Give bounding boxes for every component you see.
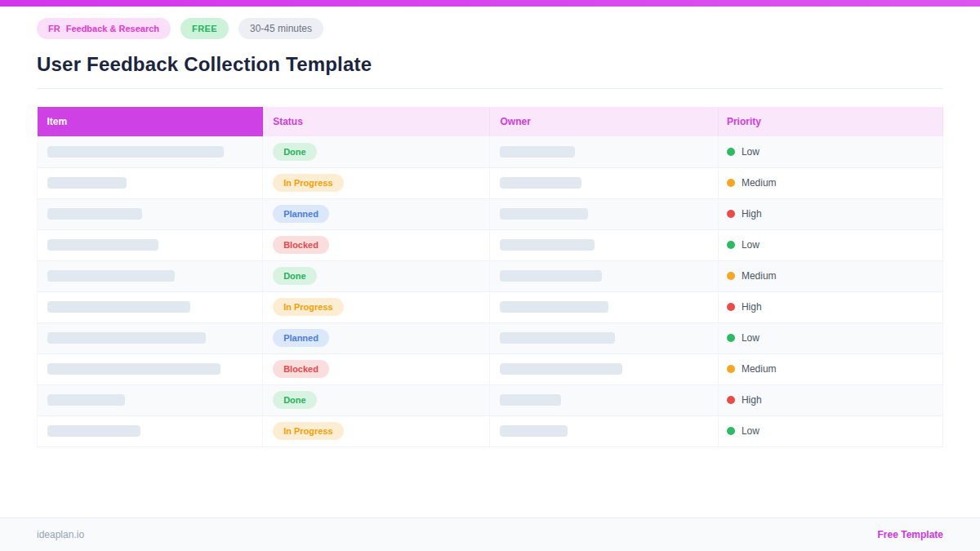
top-accent-bar [0,0,980,7]
table-header-row: Item Status Owner Priority [38,107,943,136]
priority-indicator: High [727,301,933,313]
column-header-owner: Owner [490,107,718,136]
table-body: DoneLowIn ProgressMediumPlannedHighBlock… [38,136,943,447]
item-placeholder-bar [47,270,175,282]
table-row: DoneLow [38,136,943,167]
page-title: User Feedback Collection Template [37,53,943,76]
item-placeholder-bar [47,394,125,406]
priority-dot-icon [727,334,735,342]
priority-label: Low [742,425,760,437]
item-cell [38,198,263,229]
priority-indicator: Low [727,332,933,344]
owner-placeholder-bar [500,332,615,344]
category-badge-label: Feedback & Research [66,24,159,33]
status-cell: In Progress [263,291,490,322]
category-badge-abbr: FR [48,24,60,33]
item-cell [38,291,263,322]
priority-label: Medium [742,177,777,189]
owner-cell [490,415,718,447]
item-cell [38,415,263,447]
priority-indicator: Medium [727,177,933,189]
owner-placeholder-bar [500,146,575,158]
footer-brand-link[interactable]: ideaplan.io [37,529,84,540]
priority-cell: Medium [718,167,942,198]
priority-dot-icon [727,396,735,404]
priority-cell: Medium [718,353,942,384]
table-row: In ProgressMedium [38,167,943,198]
table-row: BlockedMedium [38,353,943,384]
priority-label: High [742,208,762,220]
status-badge: Blocked [273,236,329,254]
priority-dot-icon [727,365,735,373]
owner-placeholder-bar [500,363,622,375]
column-header-item: Item [38,107,263,136]
status-badge: Planned [273,205,329,223]
item-placeholder-bar [47,177,127,189]
owner-cell [490,229,718,260]
priority-label: Low [742,239,760,251]
table-row: DoneHigh [38,384,943,415]
priority-indicator: Low [727,239,933,251]
status-badge: Done [273,267,317,285]
item-placeholder-bar [47,332,206,344]
priority-dot-icon [727,179,735,187]
priority-indicator: Medium [727,363,933,375]
table-row: In ProgressLow [38,415,943,447]
priority-indicator: Low [727,146,933,158]
item-cell [38,136,263,167]
priority-cell: High [718,198,942,229]
item-placeholder-bar [47,425,140,437]
table-row: In ProgressHigh [38,291,943,322]
owner-cell [490,353,718,384]
column-header-priority: Priority [718,107,942,136]
owner-placeholder-bar [500,394,561,406]
priority-label: Medium [742,270,777,282]
priority-label: High [742,394,762,406]
priority-dot-icon [727,272,735,280]
status-cell: Planned [263,322,490,353]
table-header: Item Status Owner Priority [38,107,943,136]
owner-cell [490,167,718,198]
owner-placeholder-bar [500,270,602,282]
priority-label: High [742,301,762,313]
owner-placeholder-bar [500,301,608,313]
title-divider [37,88,943,89]
owner-placeholder-bar [500,425,568,437]
priority-indicator: High [727,208,933,220]
category-badge: FR Feedback & Research [37,18,171,39]
status-badge: Done [273,143,317,161]
status-cell: Blocked [263,353,490,384]
priority-indicator: High [727,394,933,406]
item-cell [38,229,263,260]
priority-label: Low [742,146,760,158]
priority-dot-icon [727,241,735,249]
table-row: DoneMedium [38,260,943,291]
free-badge: FREE [180,18,229,39]
item-cell [38,353,263,384]
table-row: PlannedLow [38,322,943,353]
status-badge: Done [273,391,317,409]
status-cell: Done [263,384,490,415]
table-row: BlockedLow [38,229,943,260]
priority-dot-icon [727,148,735,156]
status-cell: Planned [263,198,490,229]
status-badge: In Progress [273,298,344,316]
priority-indicator: Medium [727,270,933,282]
footer-free-template-link[interactable]: Free Template [878,529,943,540]
item-placeholder-bar [47,239,158,251]
status-badge: In Progress [273,422,344,440]
item-cell [38,384,263,415]
status-badge: In Progress [273,174,344,192]
priority-label: Low [742,332,760,344]
priority-indicator: Low [727,425,933,437]
status-cell: Blocked [263,229,490,260]
owner-cell [490,322,718,353]
status-cell: In Progress [263,167,490,198]
priority-cell: Low [718,229,942,260]
priority-cell: High [718,384,942,415]
owner-cell [490,384,718,415]
feedback-table: Item Status Owner Priority DoneLowIn Pro… [37,107,943,447]
badge-row: FR Feedback & Research FREE 30-45 minute… [37,18,943,39]
item-placeholder-bar [47,208,142,220]
item-cell [38,322,263,353]
